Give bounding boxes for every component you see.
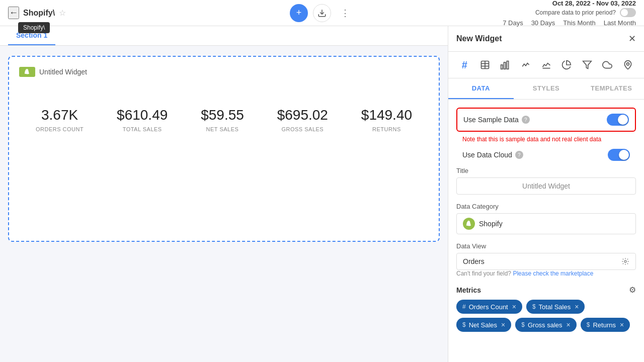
time-filters: 7 Days 30 Days This Month Last Month bbox=[503, 19, 636, 27]
metric-label: RETURNS bbox=[361, 126, 412, 132]
filter-7days[interactable]: 7 Days bbox=[503, 19, 523, 27]
widget-header: Untitled Widget bbox=[19, 67, 429, 77]
marketplace-link: Can't find your field? Please check the … bbox=[456, 270, 636, 277]
metric-value: $695.02 bbox=[277, 107, 328, 123]
svg-rect-5 bbox=[501, 65, 503, 69]
svg-rect-6 bbox=[504, 62, 506, 69]
svg-point-10 bbox=[626, 63, 629, 65]
metric-tag-symbol: $ bbox=[587, 321, 590, 328]
metric-tag-remove[interactable]: × bbox=[620, 321, 624, 329]
panel-body: Use Sample Data ? Note that this is samp… bbox=[448, 100, 644, 362]
data-view-section: Data View Orders Can't find your field? … bbox=[456, 242, 636, 277]
metric-tag-label: Net Sales bbox=[469, 321, 497, 329]
widget-type-filter[interactable] bbox=[579, 56, 595, 74]
compare-toggle[interactable] bbox=[620, 8, 636, 17]
svg-marker-9 bbox=[583, 61, 591, 69]
metric-tag-remove[interactable]: × bbox=[567, 321, 571, 329]
tab-templates[interactable]: TEMPLATES bbox=[579, 78, 644, 99]
compare-row: Compare data to prior period? bbox=[535, 8, 636, 17]
data-cloud-info-icon[interactable]: ? bbox=[515, 151, 523, 159]
marketplace-link-text[interactable]: Please check the marketplace bbox=[513, 270, 593, 277]
sample-data-info-icon[interactable]: ? bbox=[522, 116, 530, 124]
date-range: Oct 28, 2022 - Nov 03, 2022 bbox=[552, 0, 636, 7]
metric-label: ORDERS COUNT bbox=[36, 126, 84, 132]
metric-value: $610.49 bbox=[117, 107, 168, 123]
widget-type-area[interactable] bbox=[538, 56, 554, 74]
metric-tag[interactable]: #Orders Count× bbox=[456, 300, 522, 314]
widget-title: Untitled Widget bbox=[39, 68, 87, 76]
widget-type-cloud[interactable] bbox=[599, 56, 616, 74]
data-category-select[interactable]: Shopify bbox=[456, 213, 636, 234]
metric-item: $695.02GROSS SALES bbox=[277, 107, 328, 132]
title-label: Title bbox=[456, 167, 636, 174]
download-button[interactable] bbox=[313, 4, 331, 22]
panel-tabs: DATA STYLES TEMPLATES bbox=[448, 78, 644, 100]
favorite-icon[interactable]: ☆ bbox=[59, 8, 66, 18]
panel-header: New Widget ✕ bbox=[448, 26, 644, 52]
metric-tag-symbol: $ bbox=[532, 303, 536, 310]
widget-card: Untitled Widget 3.67KORDERS COUNT$610.49… bbox=[8, 56, 440, 242]
data-view-select[interactable]: Orders bbox=[456, 253, 636, 270]
right-panel: New Widget ✕ # bbox=[448, 26, 644, 362]
metric-tag-symbol: $ bbox=[521, 321, 525, 328]
metrics-gear-icon[interactable]: ⚙ bbox=[629, 285, 636, 295]
metric-tag-label: Orders Count bbox=[469, 303, 508, 311]
metric-tag[interactable]: $Gross sales× bbox=[515, 318, 577, 332]
filter-30days[interactable]: 30 Days bbox=[531, 19, 555, 27]
filter-this-month[interactable]: This Month bbox=[563, 19, 595, 27]
metric-tag-remove[interactable]: × bbox=[575, 303, 579, 311]
widget-type-line[interactable] bbox=[518, 56, 534, 74]
compare-label: Compare data to prior period? bbox=[535, 9, 616, 16]
tab-styles[interactable]: STYLES bbox=[514, 78, 579, 99]
data-category-value: Shopify bbox=[479, 220, 503, 228]
use-data-cloud-toggle[interactable] bbox=[608, 149, 630, 161]
metric-tag[interactable]: $Returns× bbox=[581, 318, 630, 332]
data-category-label: Data Category bbox=[456, 203, 636, 210]
shopify-dot bbox=[463, 218, 475, 230]
panel-title: New Widget bbox=[456, 34, 502, 43]
metric-tag-remove[interactable]: × bbox=[512, 303, 516, 311]
data-view-label: Data View bbox=[456, 242, 636, 250]
tab-data[interactable]: DATA bbox=[448, 78, 514, 99]
back-button[interactable]: ← bbox=[8, 7, 19, 19]
shopify-logo-small bbox=[19, 67, 35, 77]
metric-label: NET SALES bbox=[201, 126, 244, 132]
use-data-cloud-row: Use Data Cloud ? bbox=[456, 147, 636, 167]
section-tabs: Section 1 bbox=[0, 26, 448, 46]
metric-tag[interactable]: $Net Sales× bbox=[456, 318, 511, 332]
use-sample-data-toggle[interactable] bbox=[607, 114, 629, 126]
header-date-section: Oct 28, 2022 - Nov 03, 2022 Compare data… bbox=[503, 0, 636, 27]
add-button[interactable]: + bbox=[290, 4, 308, 22]
header-center-actions: + ⋮ bbox=[290, 4, 354, 22]
metric-item: $59.55NET SALES bbox=[201, 107, 244, 132]
metric-tag[interactable]: $Total Sales× bbox=[526, 300, 585, 314]
more-options-button[interactable]: ⋮ bbox=[336, 4, 354, 22]
widget-area: Untitled Widget 3.67KORDERS COUNT$610.49… bbox=[0, 46, 448, 252]
metric-tag-symbol: $ bbox=[462, 321, 466, 328]
use-sample-data-row: Use Sample Data ? bbox=[456, 108, 636, 132]
sample-data-note: Note that this is sample data and not re… bbox=[456, 134, 636, 147]
widget-type-map[interactable] bbox=[620, 56, 636, 74]
metrics-row: 3.67KORDERS COUNT$610.49TOTAL SALES$59.5… bbox=[19, 107, 429, 132]
widget-type-pie[interactable] bbox=[558, 56, 575, 74]
metric-value: $149.40 bbox=[361, 107, 412, 123]
widget-type-table[interactable] bbox=[477, 56, 494, 74]
widget-type-bar[interactable] bbox=[497, 56, 514, 74]
widget-type-number[interactable]: # bbox=[456, 56, 473, 74]
metric-tag-remove[interactable]: × bbox=[501, 321, 505, 329]
title-input[interactable] bbox=[456, 177, 636, 195]
metric-item: 3.67KORDERS COUNT bbox=[36, 107, 84, 132]
metric-tag-symbol: # bbox=[462, 303, 466, 310]
metric-tag-label: Total Sales bbox=[539, 303, 571, 311]
metric-tag-label: Gross sales bbox=[528, 321, 562, 329]
data-view-value: Orders bbox=[463, 257, 485, 265]
metric-item: $610.49TOTAL SALES bbox=[117, 107, 168, 132]
metric-item: $149.40RETURNS bbox=[361, 107, 412, 132]
metric-tags: #Orders Count×$Total Sales×$Net Sales×$G… bbox=[456, 300, 636, 332]
filter-last-month[interactable]: Last Month bbox=[604, 19, 636, 27]
metric-label: TOTAL SALES bbox=[117, 126, 168, 132]
metric-value: 3.67K bbox=[36, 107, 84, 123]
close-panel-button[interactable]: ✕ bbox=[628, 33, 636, 44]
widget-type-row: # bbox=[448, 52, 644, 78]
metrics-section-header: Metrics ⚙ bbox=[456, 285, 636, 295]
